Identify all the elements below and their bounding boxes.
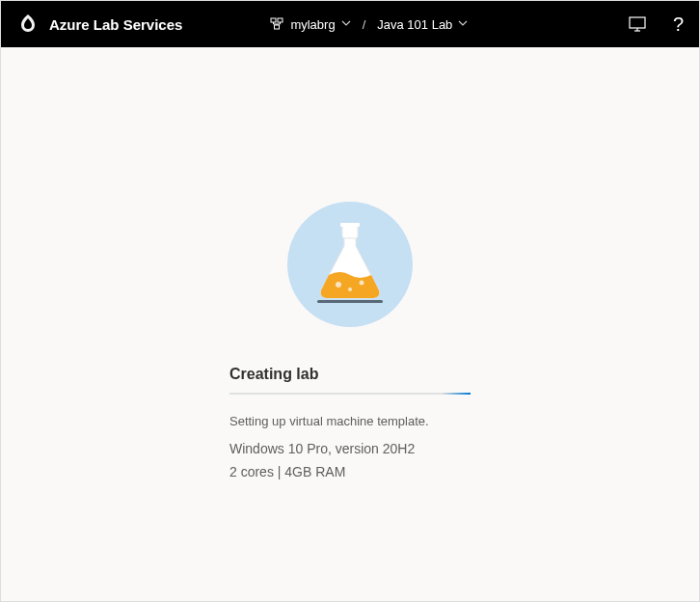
top-header: Azure Lab Services mylabrg / J <box>1 1 699 47</box>
monitor-icon[interactable] <box>629 16 646 32</box>
svg-rect-11 <box>340 223 360 227</box>
breadcrumb-account-label: mylabrg <box>290 17 335 32</box>
svg-point-12 <box>336 282 341 287</box>
progress-bar <box>229 393 471 395</box>
azure-labs-logo-icon <box>16 13 40 36</box>
product-name: Azure Lab Services <box>49 16 182 33</box>
resource-group-icon <box>269 15 284 34</box>
breadcrumb-separator: / <box>359 17 370 32</box>
status-specs: 2 cores | 4GB RAM <box>229 461 345 484</box>
progress-fill <box>442 393 471 395</box>
svg-rect-0 <box>271 18 276 22</box>
svg-point-13 <box>348 287 352 291</box>
beaker-illustration <box>287 202 413 327</box>
breadcrumb-lab[interactable]: Java 101 Lab <box>377 17 468 32</box>
svg-rect-2 <box>275 25 280 29</box>
chevron-down-icon <box>341 17 351 31</box>
svg-rect-7 <box>630 17 645 28</box>
svg-rect-1 <box>278 18 283 22</box>
status-os: Windows 10 Pro, version 20H2 <box>229 438 415 461</box>
header-actions: ? <box>629 14 684 36</box>
breadcrumb: mylabrg / Java 101 Lab <box>269 15 468 34</box>
status-title: Creating lab <box>229 366 318 383</box>
breadcrumb-account[interactable]: mylabrg <box>269 15 350 34</box>
svg-rect-10 <box>342 225 358 238</box>
status-message: Setting up virtual machine template. <box>229 412 429 432</box>
breadcrumb-lab-label: Java 101 Lab <box>377 17 452 32</box>
product-logo-group[interactable]: Azure Lab Services <box>16 13 182 36</box>
chevron-down-icon <box>458 17 468 31</box>
main-content: Creating lab Setting up virtual machine … <box>1 47 699 483</box>
creating-lab-status: Creating lab Setting up virtual machine … <box>229 202 471 483</box>
svg-point-14 <box>360 281 364 286</box>
help-icon[interactable]: ? <box>673 14 684 36</box>
svg-rect-15 <box>317 300 383 303</box>
